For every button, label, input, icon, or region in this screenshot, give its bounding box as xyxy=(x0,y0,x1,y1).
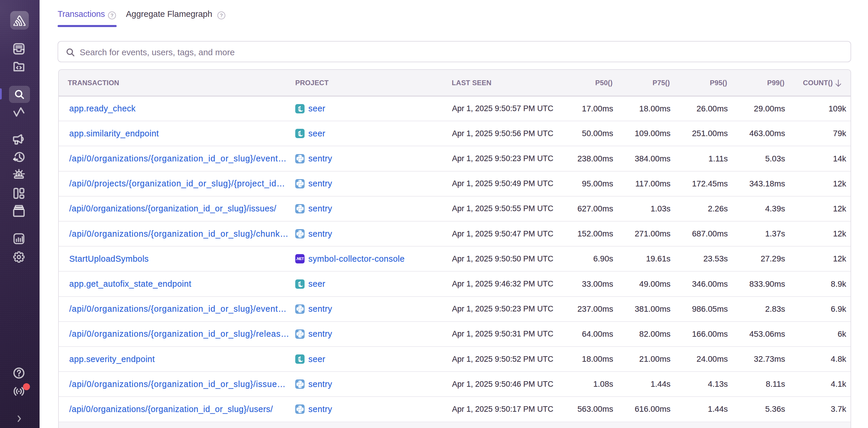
svg-text:?: ? xyxy=(220,13,223,18)
svg-text:?: ? xyxy=(111,13,114,18)
